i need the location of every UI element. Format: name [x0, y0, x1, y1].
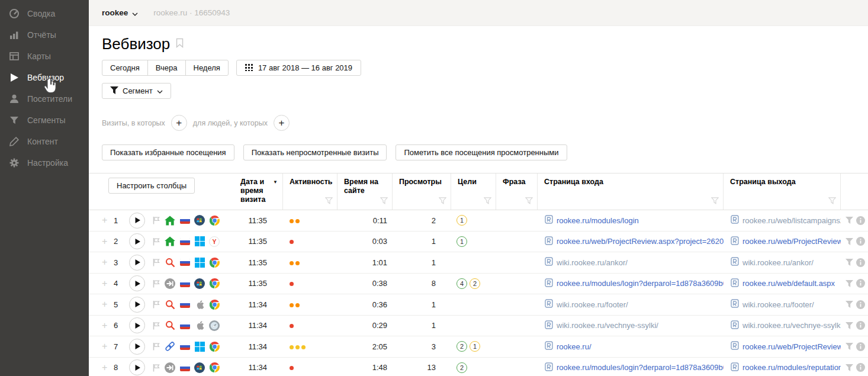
exit-page-link[interactable]: wiki.rookee.ru/footer/: [742, 300, 814, 309]
row-filter-icon[interactable]: [846, 364, 853, 371]
add-visit-condition-button[interactable]: +: [171, 115, 187, 131]
add-people-condition-button[interactable]: +: [274, 115, 290, 131]
exit-page-link[interactable]: rookee.ru/web/ProjectReview.a...: [742, 342, 841, 351]
row-filter-icon[interactable]: [846, 259, 853, 266]
expand-row-icon[interactable]: +: [102, 300, 110, 308]
favorite-flag-icon[interactable]: [152, 300, 160, 308]
bulk-action-button-2[interactable]: Пометить все посещения просмотренными: [396, 144, 567, 160]
exit-page-link[interactable]: wiki.rookee.ru/ankor/: [742, 258, 814, 267]
sidebar-item-maps[interactable]: Карты: [0, 46, 89, 67]
column-filter-icon[interactable]: [828, 197, 836, 207]
exit-page-link[interactable]: rookee.ru/modules/reputation/...: [742, 363, 841, 372]
entry-page-link[interactable]: wiki.rookee.ru/footer/: [557, 300, 628, 309]
column-header-7[interactable]: Страница входа: [538, 173, 724, 210]
segment-button[interactable]: Сегмент: [102, 83, 171, 99]
exit-page-link[interactable]: wiki.rookee.ru/vechnye-ssylki/: [742, 321, 841, 330]
bulk-action-button-1[interactable]: Показать непросмотренные визиты: [243, 144, 387, 160]
row-filter-icon[interactable]: [846, 238, 853, 245]
row-filter-icon[interactable]: [846, 343, 853, 350]
row-filter-icon[interactable]: [846, 301, 853, 308]
row-info-icon[interactable]: [856, 363, 865, 372]
favorite-flag-icon[interactable]: [152, 342, 160, 351]
sidebar-item-settings[interactable]: Настройка: [0, 152, 89, 173]
bulk-action-button-0[interactable]: Показать избранные посещения: [102, 144, 234, 160]
sidebar-item-label: Настройка: [27, 158, 68, 168]
column-header-1[interactable]: Дата и время визита▼: [234, 173, 283, 210]
column-header-2[interactable]: Активность: [283, 173, 337, 210]
column-header-4[interactable]: Просмотры: [393, 173, 451, 210]
entry-page-link[interactable]: wiki.rookee.ru/vechnye-ssylki/: [557, 321, 658, 330]
expand-row-icon[interactable]: +: [102, 258, 110, 266]
sidebar-item-segments[interactable]: Сегменты: [0, 110, 89, 131]
table-row: +111:350:1121rookee.ru/modules/loginrook…: [89, 210, 868, 232]
expand-row-icon[interactable]: +: [102, 322, 110, 330]
row-info-icon[interactable]: [856, 300, 865, 309]
period-button-1[interactable]: Вчера: [147, 60, 186, 76]
play-visit-button[interactable]: [129, 275, 145, 291]
row-info-icon[interactable]: [856, 216, 865, 225]
expand-row-icon[interactable]: +: [102, 216, 110, 224]
entry-page-link[interactable]: rookee.ru/web/ProjectReview.aspx?project…: [557, 237, 724, 246]
play-visit-button[interactable]: [129, 297, 145, 313]
period-button-2[interactable]: Неделя: [185, 60, 229, 76]
entry-page-link[interactable]: rookee.ru/: [557, 342, 591, 351]
counter-switcher[interactable]: rookee: [102, 8, 138, 18]
entry-page-link[interactable]: rookee.ru/modules/login: [557, 216, 639, 225]
play-visit-button[interactable]: [129, 339, 145, 355]
row-info-icon[interactable]: [856, 342, 865, 351]
activity-dot: [295, 261, 300, 265]
column-filter-icon[interactable]: [711, 197, 719, 207]
period-button-0[interactable]: Сегодня: [102, 60, 148, 76]
sidebar-item-reports[interactable]: Отчёты: [0, 24, 89, 46]
sidebar-item-dashboard[interactable]: Сводка: [0, 3, 89, 24]
row-info-icon[interactable]: [856, 237, 865, 246]
play-visit-button[interactable]: [129, 233, 145, 249]
row-info-icon[interactable]: [856, 321, 865, 330]
column-filter-icon[interactable]: [325, 197, 333, 207]
exit-page-link[interactable]: rookee.ru/web/default.aspx: [742, 279, 835, 288]
exit-page-link[interactable]: rookee.ru/web/ProjectReview.a...: [742, 237, 841, 246]
sidebar-item-label: Сегменты: [27, 115, 66, 125]
sidebar-item-webvisor[interactable]: Вебвизор: [0, 67, 89, 88]
entry-page-link[interactable]: wiki.rookee.ru/ankor/: [557, 258, 628, 267]
segments-icon: [9, 115, 20, 126]
column-header-6[interactable]: Фраза: [496, 173, 538, 210]
row-filter-icon[interactable]: [846, 322, 853, 329]
play-visit-button[interactable]: [129, 255, 145, 271]
play-visit-button[interactable]: [129, 213, 145, 229]
bookmark-icon[interactable]: [176, 38, 184, 50]
row-info-icon[interactable]: [856, 258, 865, 267]
favorite-flag-icon[interactable]: [152, 258, 160, 266]
expand-row-icon[interactable]: +: [102, 237, 110, 246]
expand-row-icon[interactable]: +: [102, 364, 110, 372]
favorite-flag-icon[interactable]: [152, 364, 160, 372]
date-range-button[interactable]: 17 авг 2018 — 16 авг 2019: [236, 60, 361, 76]
sidebar-item-visitors[interactable]: Посетители: [0, 88, 89, 110]
column-header-3[interactable]: Время на сайте: [337, 173, 393, 210]
column-filter-icon[interactable]: [439, 197, 446, 207]
entry-page-link[interactable]: rookee.ru/modules/login?derparol=1d878a3…: [557, 363, 724, 372]
column-filter-icon[interactable]: [484, 197, 491, 207]
favorite-flag-icon[interactable]: [152, 279, 160, 288]
exit-page-link[interactable]: rookee.ru/web/listcampaigns2....: [742, 216, 841, 225]
expand-row-icon[interactable]: +: [102, 342, 110, 351]
column-header-5[interactable]: Цели: [451, 173, 496, 210]
favorite-flag-icon[interactable]: [152, 237, 160, 246]
column-header-8[interactable]: Страница выхода: [724, 173, 841, 210]
row-filter-icon[interactable]: [846, 280, 853, 287]
configure-columns-button[interactable]: Настроить столбцы: [108, 178, 195, 194]
sidebar-item-content[interactable]: Контент: [0, 131, 89, 152]
expand-row-icon[interactable]: +: [102, 279, 110, 288]
entry-page-link[interactable]: rookee.ru/modules/login?derparol=1d878a3…: [557, 279, 724, 288]
row-info-icon[interactable]: [856, 279, 865, 288]
column-filter-icon[interactable]: [525, 197, 533, 207]
sort-desc-icon[interactable]: ▼: [273, 178, 278, 187]
row-filter-icon[interactable]: [846, 217, 853, 224]
chevron-down-icon: [157, 86, 163, 95]
favorite-flag-icon[interactable]: [152, 322, 160, 330]
play-visit-button[interactable]: [129, 359, 145, 375]
play-visit-button[interactable]: [129, 317, 145, 333]
row-controls-cell: +6: [102, 317, 234, 333]
column-filter-icon[interactable]: [380, 197, 388, 207]
favorite-flag-icon[interactable]: [152, 216, 160, 224]
